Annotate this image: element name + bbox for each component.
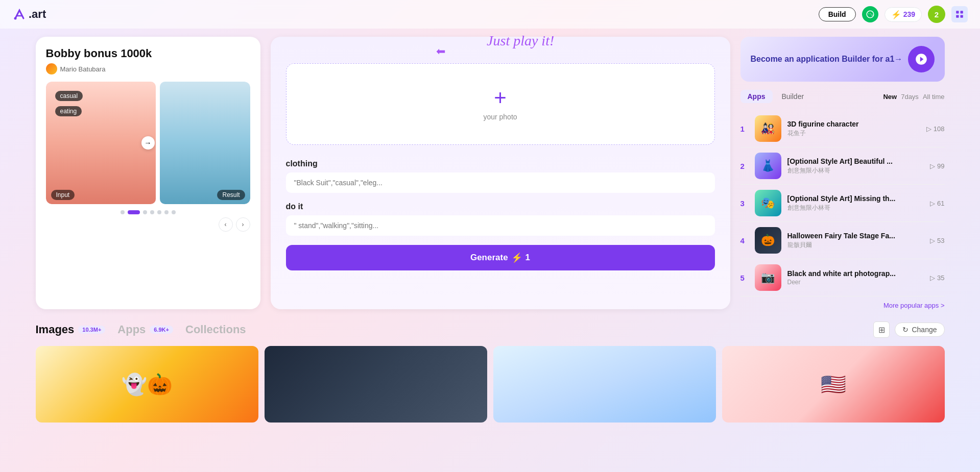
do-it-input[interactable] — [286, 215, 715, 236]
time-alltime[interactable]: All time — [923, 93, 945, 101]
time-7days[interactable]: 7days — [901, 93, 919, 101]
promo-text-block: Become an application Builder for a1→ — [751, 54, 903, 65]
app-rank-1: 1 — [740, 125, 749, 133]
grid-icon[interactable] — [951, 6, 968, 22]
lightning-badge[interactable]: ⚡ 239 — [885, 7, 922, 22]
left-card: Bobby bonus 1000k Mario Batubara casual … — [36, 37, 260, 309]
images-count-badge: 10.3M+ — [78, 326, 105, 334]
main-area: Bobby bonus 1000k Mario Batubara casual … — [5, 29, 975, 309]
play-icon-4: ▷ — [930, 237, 935, 244]
apps-label: Apps — [117, 323, 146, 336]
image-card-3[interactable] — [493, 346, 716, 423]
result-image: Result — [160, 82, 250, 204]
app-item-5[interactable]: 5 📷 Black and white art photograp... Dee… — [740, 259, 945, 296]
dot-1[interactable] — [121, 210, 125, 214]
image-card-1[interactable]: 👻🎃 — [36, 346, 258, 423]
app-author-4: 龍骸貝爾 — [787, 241, 924, 250]
app-item-3[interactable]: 3 🎭 [Optional Style Art] Missing th... 創… — [740, 185, 945, 222]
input-image: casual eating Input — [46, 82, 156, 204]
app-rank-5: 5 — [740, 274, 749, 282]
app-views-1: ▷ 108 — [926, 125, 945, 133]
tab-builder[interactable]: Builder — [775, 90, 811, 103]
more-apps-link[interactable]: More popular apps > — [740, 302, 945, 309]
svg-rect-1 — [956, 11, 959, 13]
view-count-2: 99 — [937, 162, 944, 170]
view-count-3: 61 — [937, 200, 944, 207]
promo-banner[interactable]: Become an application Builder for a1→ — [740, 37, 945, 82]
bottom-tab-collections[interactable]: Collections — [185, 323, 246, 336]
app-author-5: Deer — [787, 279, 924, 286]
app-item-2[interactable]: 2 👗 [Optional Style Art] Beautiful ... 創… — [740, 147, 945, 185]
change-button[interactable]: ↻ Change — [895, 322, 944, 337]
image-card-2[interactable] — [265, 346, 487, 423]
time-new[interactable]: New — [883, 93, 897, 101]
app-author-2: 創意無限小林哥 — [787, 166, 924, 175]
result-face — [160, 82, 250, 204]
change-label: Change — [912, 326, 937, 334]
app-name-3: [Optional Style Art] Missing th... — [787, 194, 924, 203]
more-apps-text: More popular apps > — [883, 302, 945, 309]
flag-emoji: 🇺🇸 — [821, 372, 846, 396]
bottom-tab-apps[interactable]: Apps 6.9K+ — [117, 323, 173, 336]
app-name-1: 3D figurine character — [787, 120, 920, 128]
tag-casual: casual — [55, 91, 83, 101]
images-label: Images — [36, 323, 75, 336]
lightning-count: 239 — [903, 10, 915, 18]
user-avatar[interactable]: 2 — [928, 6, 945, 23]
grid-svg — [955, 10, 964, 19]
app-rank-3: 3 — [740, 199, 749, 208]
just-play-arrow: ⬅ — [436, 45, 445, 58]
card-author: Mario Batubara — [46, 63, 250, 74]
dot-2[interactable] — [128, 210, 140, 214]
tab-apps[interactable]: Apps — [740, 90, 773, 103]
dot-4[interactable] — [150, 210, 154, 214]
do-it-label: do it — [286, 202, 715, 211]
app-item-4[interactable]: 4 🎃 Halloween Fairy Tale Stage Fa... 龍骸貝… — [740, 222, 945, 259]
app-thumb-5: 📷 — [755, 264, 781, 291]
bottom-right: ⊞ ↻ Change — [873, 321, 944, 338]
play-icon-2: ▷ — [930, 162, 935, 170]
bottom-tabs: Images 10.3M+ Apps 6.9K+ Collections ⊞ ↻… — [36, 321, 945, 338]
author-name: Mario Batubara — [60, 65, 106, 73]
tag-eating: eating — [55, 106, 82, 116]
play-icon-5: ▷ — [930, 274, 935, 282]
app-rank-2: 2 — [740, 162, 749, 170]
arrow-between: → — [141, 136, 155, 150]
logo[interactable]: .art — [12, 7, 46, 21]
app-views-3: ▷ 61 — [930, 200, 944, 207]
prev-button[interactable]: ‹ — [219, 217, 233, 232]
generate-label: Generate — [470, 253, 508, 263]
nav-buttons: ‹ › — [46, 217, 250, 232]
bottom-tab-images[interactable]: Images 10.3M+ — [36, 323, 106, 336]
app-info-1: 3D figurine character 花鱼子 — [787, 120, 920, 138]
right-panel: Become an application Builder for a1→ Ap… — [740, 37, 945, 309]
bottom-section: Images 10.3M+ Apps 6.9K+ Collections ⊞ ↻… — [5, 309, 975, 423]
generate-cost: 1 — [525, 253, 530, 263]
author-avatar — [46, 63, 57, 74]
dot-6[interactable] — [164, 210, 169, 214]
wechat-icon[interactable] — [862, 6, 878, 22]
next-button[interactable]: › — [236, 217, 250, 232]
app-author-3: 創意無限小林哥 — [787, 204, 924, 212]
dot-5[interactable] — [157, 210, 161, 214]
image-card-4[interactable]: 🇺🇸 — [722, 346, 945, 423]
app-item-1[interactable]: 1 🎎 3D figurine character 花鱼子 ▷ 108 — [740, 110, 945, 147]
build-button[interactable]: Build — [819, 7, 856, 21]
center-card: Just play it! ⬅ + your photo clothing do… — [271, 37, 730, 309]
bolt-icon: ⚡ — [511, 252, 522, 263]
view-count-1: 108 — [934, 125, 945, 133]
play-icon-1: ▷ — [926, 125, 931, 133]
photo-upload-area[interactable]: + your photo — [286, 63, 715, 145]
collections-label: Collections — [185, 323, 246, 336]
view-count-5: 35 — [937, 274, 944, 282]
clothing-input[interactable] — [286, 172, 715, 193]
dot-3[interactable] — [143, 210, 147, 214]
app-list: 1 🎎 3D figurine character 花鱼子 ▷ 108 2 👗 … — [740, 110, 945, 296]
logo-text: .art — [29, 8, 46, 21]
clothing-label: clothing — [286, 159, 715, 168]
layout-icon[interactable]: ⊞ — [873, 321, 890, 338]
lightning-icon: ⚡ — [891, 10, 901, 19]
view-count-4: 53 — [937, 237, 944, 244]
generate-button[interactable]: Generate ⚡ 1 — [286, 245, 715, 270]
dot-7[interactable] — [172, 210, 176, 214]
